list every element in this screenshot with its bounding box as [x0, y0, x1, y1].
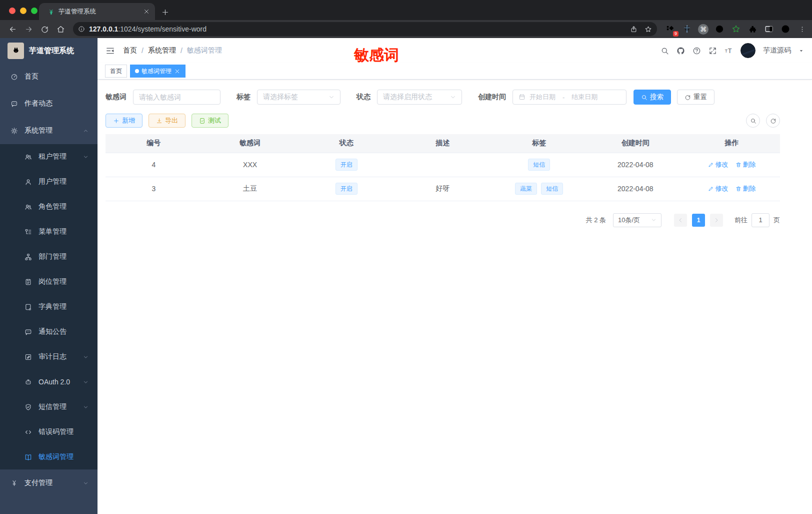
sidebar-item-label: 角色管理 [38, 202, 66, 211]
toggle-search-icon[interactable] [746, 114, 760, 128]
forward-icon[interactable] [22, 23, 35, 36]
url-host: 127.0.0.1 [89, 25, 118, 33]
extension-shortcut-icon[interactable]: ⌘ [698, 24, 708, 35]
delete-link[interactable]: 删除 [736, 184, 756, 193]
sidebar-item-字典管理[interactable]: 字典管理 [0, 294, 98, 319]
sidebar-item-审计日志[interactable]: 审计日志 [0, 344, 98, 369]
minimize-window-button[interactable] [20, 8, 26, 14]
extensions-puzzle-icon[interactable] [747, 24, 758, 35]
home-icon[interactable] [54, 23, 67, 36]
gear-icon [10, 127, 18, 135]
tab-close-icon[interactable] [143, 8, 150, 15]
username[interactable]: 芋道源码 [763, 46, 791, 55]
navbar: 首页 / 系统管理 / 敏感词管理 TT 芋道源码 [98, 38, 812, 63]
chevron-down-icon [83, 154, 88, 160]
sidebar-item-敏感词管理[interactable]: 敏感词管理 [0, 444, 98, 469]
sidebar-item-错误码管理[interactable]: 错误码管理 [0, 419, 98, 444]
column-header: 编号 [106, 134, 202, 153]
oauth-icon [24, 378, 32, 386]
zoom-window-button[interactable] [31, 8, 38, 14]
side-panel-icon[interactable] [764, 24, 774, 35]
document-check-icon [199, 118, 206, 124]
post-icon [24, 278, 32, 286]
export-button[interactable]: 导出 [148, 114, 186, 128]
app-logo-row[interactable]: 芋道管理系统 [0, 38, 98, 63]
profile-avatar-icon[interactable] [780, 24, 791, 35]
tab-sensitive-word[interactable]: 敏感词管理 [130, 65, 186, 78]
extension-green-star-icon[interactable] [730, 24, 742, 35]
sidebar-item-菜单管理[interactable]: 菜单管理 [0, 219, 98, 244]
new-tab-button[interactable] [161, 8, 170, 17]
sidebar-item-label: 租户管理 [38, 152, 66, 161]
address-bar[interactable]: 127.0.0.1:1024/system/sensitive-word [73, 22, 657, 36]
extension-record-icon[interactable] [714, 24, 725, 35]
breadcrumb-item[interactable]: 首页 [123, 46, 137, 55]
page-number-button[interactable]: 1 [692, 214, 705, 227]
roles-icon [24, 203, 32, 211]
cell-status: 开启 [298, 153, 394, 177]
sidebar-item-系统管理[interactable]: 系统管理 [0, 117, 98, 144]
github-icon[interactable] [676, 47, 685, 55]
breadcrumb-item[interactable]: 系统管理 [148, 46, 176, 55]
sidebar-item-OAuth 2.0[interactable]: OAuth 2.0 [0, 369, 98, 394]
sidebar-item-用户管理[interactable]: 用户管理 [0, 169, 98, 194]
sidebar: 芋道管理系统 首页作者动态系统管理租户管理用户管理角色管理菜单管理部门管理岗位管… [0, 38, 98, 514]
browser-tab[interactable]: 芋道管理系统 [39, 3, 155, 20]
help-icon[interactable] [692, 47, 701, 55]
app-logo [8, 43, 24, 59]
tab-home[interactable]: 首页 [105, 65, 127, 78]
goto-page-input[interactable] [752, 213, 770, 227]
search-icon[interactable] [660, 47, 669, 55]
close-window-button[interactable] [9, 8, 16, 14]
browser-menu-icon[interactable] [798, 26, 806, 33]
sidebar-item-租户管理[interactable]: 租户管理 [0, 144, 98, 169]
page-size-select[interactable]: 10条/页 [613, 213, 662, 227]
sidebar-item-支付管理[interactable]: 支付管理 [0, 469, 98, 496]
date-range-picker[interactable]: 开始日期 - 结束日期 [512, 90, 626, 105]
edit-link[interactable]: 修改 [708, 160, 728, 169]
extension-gem-icon[interactable] [682, 24, 692, 35]
chevron-down-icon [651, 217, 656, 223]
add-button[interactable]: 新增 [106, 114, 142, 128]
sidebar-item-角色管理[interactable]: 角色管理 [0, 194, 98, 219]
search-button[interactable]: 搜索 [634, 90, 671, 105]
users-icon [24, 153, 32, 161]
sidebar-item-label: 部门管理 [38, 252, 66, 261]
sidebar-item-作者动态[interactable]: 作者动态 [0, 90, 98, 117]
status-placeholder: 请选择启用状态 [383, 93, 432, 102]
chevron-down-icon[interactable] [798, 48, 804, 54]
cell-tags: 蔬菜短信 [491, 177, 588, 201]
extensions-area: 9 ⌘ [665, 24, 806, 35]
prev-page-button[interactable] [674, 214, 687, 227]
share-icon[interactable] [630, 26, 638, 33]
chevron-down-icon [83, 480, 88, 486]
back-icon[interactable] [6, 23, 19, 36]
tab-close-icon[interactable] [174, 68, 180, 75]
keyword-input[interactable] [133, 90, 220, 105]
delete-label: 删除 [743, 160, 756, 169]
refresh-table-icon[interactable] [766, 114, 780, 128]
reload-icon[interactable] [38, 23, 51, 36]
test-button[interactable]: 测试 [192, 114, 228, 128]
sidebar-item-首页[interactable]: 首页 [0, 63, 98, 90]
next-page-button[interactable] [710, 214, 723, 227]
delete-link[interactable]: 删除 [736, 160, 756, 169]
font-size-icon[interactable]: TT [724, 47, 733, 55]
table-header-row: 编号敏感词状态描述标签创建时间操作 [106, 134, 780, 153]
status-select[interactable]: 请选择启用状态 [377, 90, 462, 105]
fullscreen-icon[interactable] [708, 47, 717, 55]
site-info-icon[interactable] [78, 26, 85, 33]
sidebar-item-通知公告[interactable]: 通知公告 [0, 319, 98, 344]
pay-icon [10, 479, 18, 487]
user-avatar[interactable] [740, 43, 756, 58]
bookmark-star-icon[interactable] [644, 26, 652, 33]
extension-grid-diamond-icon[interactable]: 9 [665, 24, 676, 35]
sidebar-item-部门管理[interactable]: 部门管理 [0, 244, 98, 269]
sidebar-item-岗位管理[interactable]: 岗位管理 [0, 269, 98, 294]
reset-button[interactable]: 重置 [677, 90, 714, 105]
edit-link[interactable]: 修改 [708, 184, 728, 193]
tag-select[interactable]: 请选择标签 [257, 90, 340, 105]
notice-icon [24, 328, 32, 336]
collapse-sidebar-icon[interactable] [106, 46, 115, 56]
sidebar-item-短信管理[interactable]: 短信管理 [0, 394, 98, 419]
